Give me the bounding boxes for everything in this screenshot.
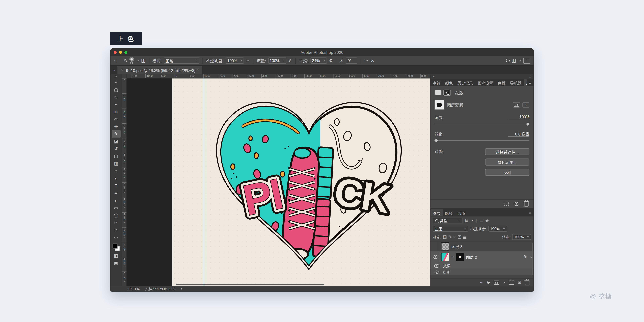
tab-properties[interactable]: 属性 xyxy=(524,79,527,86)
layer2-thumbnail[interactable] xyxy=(441,253,449,261)
workspace-switcher-icon[interactable]: ▥ xyxy=(512,58,516,63)
panel-menu-icon[interactable]: ≡ xyxy=(527,79,534,86)
tab-navigator[interactable]: 导航器 xyxy=(508,79,524,86)
layer-fill-select[interactable]: 100% ˅ xyxy=(512,234,531,240)
layers-menu-icon[interactable]: ≡ xyxy=(527,210,534,216)
zoom-tool[interactable]: ◌ xyxy=(112,226,120,234)
tools-expander-icon[interactable]: » xyxy=(115,74,117,78)
layers-scrollbar[interactable] xyxy=(532,243,533,275)
smoothing-dropdown[interactable]: 24% ˅ xyxy=(310,58,327,64)
quick-selection-tool[interactable]: ⟡ xyxy=(112,100,120,108)
load-selection-from-mask-icon[interactable] xyxy=(504,202,509,206)
share-image-icon[interactable]: ↑ xyxy=(523,58,530,64)
tab-history[interactable]: 历史记录 xyxy=(455,79,475,86)
more-tools[interactable]: ⋯ xyxy=(112,234,120,241)
layer2-fx-badge[interactable]: fx xyxy=(524,254,526,259)
chevron-down-icon[interactable]: ˅ xyxy=(519,59,521,62)
status-chevron-icon[interactable]: › xyxy=(181,286,182,291)
tab-color[interactable]: 颜色 xyxy=(443,79,455,86)
lock-pixels-icon[interactable]: ✎ xyxy=(448,235,452,239)
density-value-field[interactable]: 100% xyxy=(508,114,529,120)
invert-button[interactable]: 反相 xyxy=(485,169,529,176)
filter-smart-object-icon[interactable]: ◈ xyxy=(486,218,489,222)
marquee-tool[interactable]: ▢ xyxy=(112,86,120,93)
new-group-icon[interactable] xyxy=(509,280,514,284)
mask-properties-icon[interactable] xyxy=(444,90,451,95)
type-tool[interactable]: T xyxy=(112,182,120,189)
close-tab-icon[interactable]: × xyxy=(121,68,124,72)
tab-character[interactable]: 字符 xyxy=(430,79,443,86)
eraser-tool[interactable]: ◫ xyxy=(112,152,120,160)
pixel-layer-properties-icon[interactable] xyxy=(434,90,442,95)
feather-value-field[interactable]: 0.0 像素 xyxy=(508,131,529,137)
brush-settings-panel-icon[interactable]: ▥ xyxy=(141,58,145,63)
opacity-pressure-icon[interactable]: ✑ xyxy=(246,58,250,63)
search-icon[interactable] xyxy=(506,59,510,62)
layer-filter-type-select[interactable]: 类型 ˅ xyxy=(433,218,462,224)
gradient-tool[interactable]: ▥ xyxy=(112,160,120,167)
filter-type-layers-icon[interactable]: T xyxy=(475,218,478,222)
panel-close-icon[interactable]: × xyxy=(432,74,435,78)
select-and-mask-button[interactable]: 选择并遮住... xyxy=(485,148,529,155)
select-mask-icon[interactable] xyxy=(514,103,519,107)
layer3-visibility-toggle[interactable] xyxy=(432,242,439,252)
layer2-visibility-toggle[interactable] xyxy=(432,252,439,262)
tab-overflow-icon[interactable]: » xyxy=(110,68,117,74)
minimize-window-button[interactable] xyxy=(119,51,122,54)
tab-channels[interactable]: 通道 xyxy=(455,210,468,216)
clone-stamp-tool[interactable]: ◪ xyxy=(112,138,120,145)
effects-visibility-toggle[interactable] xyxy=(430,264,441,268)
tab-layers[interactable]: 图层 xyxy=(430,210,443,216)
new-adjustment-layer-icon[interactable]: ◑ xyxy=(502,280,505,284)
brush-picker-caret-icon[interactable]: ˅ xyxy=(137,59,139,62)
blend-mode-dropdown[interactable]: 正常 ˅ xyxy=(164,58,199,64)
filter-pixel-layers-icon[interactable]: ▦ xyxy=(464,218,468,222)
effects-row[interactable]: 效果 xyxy=(430,262,534,269)
density-slider[interactable] xyxy=(434,122,530,126)
tab-swatches[interactable]: 色板 xyxy=(496,79,508,86)
brush-size-picker[interactable]: 90 xyxy=(129,57,134,64)
vertical-ruler[interactable]: 0500100015002000250030003500400045005000… xyxy=(122,78,127,286)
size-pressure-icon[interactable]: ✑ xyxy=(364,58,368,63)
mask-target-icon[interactable]: ⊕ xyxy=(522,102,530,108)
zoom-level-field[interactable]: 19.81% xyxy=(128,286,140,291)
feather-slider-knob[interactable] xyxy=(434,138,438,142)
filter-shape-layers-icon[interactable]: ▭ xyxy=(480,218,483,222)
rectangle-tool[interactable]: ▭ xyxy=(112,204,120,212)
canvas-horizontal-scrollbar[interactable] xyxy=(176,284,324,286)
lock-transparency-icon[interactable]: ▨ xyxy=(443,235,447,239)
shadow-visibility-toggle[interactable] xyxy=(430,270,441,274)
document-tab[interactable]: × 9--10.psd @ 19.8% (图层 2, 图层蒙版/8) * xyxy=(117,66,202,74)
fullscreen-window-button[interactable] xyxy=(124,51,127,54)
screen-mode-button[interactable]: ▣ xyxy=(112,259,120,266)
add-layer-mask-icon[interactable] xyxy=(494,280,499,284)
blur-tool[interactable]: ○ xyxy=(112,167,120,174)
link-layers-icon[interactable]: ∞ xyxy=(480,280,483,284)
layer-row-3[interactable]: 图层 3 xyxy=(430,242,534,252)
healing-brush-tool[interactable]: ✚ xyxy=(112,123,120,130)
feather-slider[interactable] xyxy=(434,138,530,142)
tab-paths[interactable]: 路径 xyxy=(443,210,455,216)
brush-tool-preset-icon[interactable]: ✎ xyxy=(124,58,127,63)
lock-all-icon[interactable] xyxy=(463,236,466,239)
brush-angle-field[interactable]: 0° xyxy=(346,58,358,64)
layer2-mask-thumbnail[interactable]: ♥ xyxy=(456,253,464,261)
density-slider-knob[interactable] xyxy=(526,122,530,126)
hand-tool[interactable]: ☞ xyxy=(112,219,120,226)
layer3-thumbnail[interactable] xyxy=(441,242,449,250)
brush-tool[interactable]: ✎ xyxy=(112,130,120,138)
pen-tool[interactable]: ✒ xyxy=(112,189,120,197)
canvas-area[interactable]: PI PI PI CK CK xyxy=(127,78,431,286)
ellipse-tool[interactable]: ◯ xyxy=(112,212,120,219)
layer-row-2[interactable]: ∞ ♥ 图层 2 fx ˄ xyxy=(430,252,534,262)
airbrush-icon[interactable]: ✐ xyxy=(288,58,292,63)
move-tool[interactable]: ⌖ xyxy=(112,78,120,86)
lock-artboard-icon[interactable]: ◰ xyxy=(458,235,461,239)
layer-mask-thumbnail[interactable] xyxy=(434,100,444,110)
add-layer-style-icon[interactable]: fx xyxy=(487,280,490,285)
color-range-button[interactable]: 颜色范围... xyxy=(485,158,529,166)
smoothing-gear-icon[interactable]: ⚙ xyxy=(329,58,333,63)
foreground-color-swatch[interactable] xyxy=(112,244,117,248)
delete-mask-icon[interactable] xyxy=(524,202,528,206)
new-layer-icon[interactable]: ⊞ xyxy=(518,280,521,284)
